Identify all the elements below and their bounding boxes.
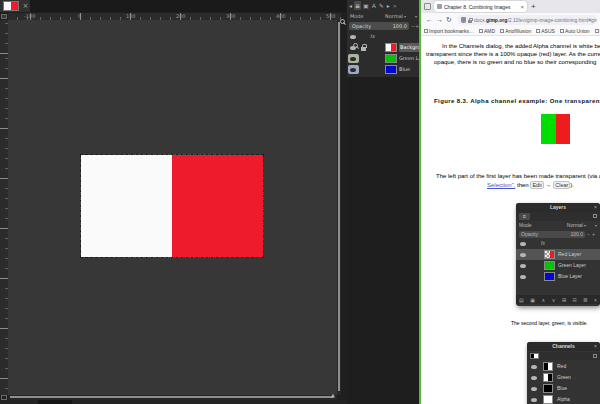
visibility-eye-icon	[350, 68, 356, 72]
https-lock-icon[interactable]	[468, 20, 472, 23]
eye-icon[interactable]	[350, 35, 356, 39]
ruler-label: 500	[326, 13, 336, 20]
reload-button[interactable]: ↻	[446, 16, 452, 24]
visibility-eye-icon	[531, 365, 537, 369]
new-tab-button[interactable]: +	[531, 2, 536, 12]
mode-label: Mode	[519, 221, 532, 230]
browser-tab[interactable]: Chapter 8. Combining Images ×	[434, 1, 527, 12]
ruler-corner-button[interactable]	[1, 14, 7, 19]
text: then	[515, 182, 530, 188]
gimp-window: × -100 0 100 200 300 400 500	[0, 0, 420, 404]
back-button[interactable]: ←	[426, 16, 433, 24]
mode-dropdown[interactable]: Normal	[385, 12, 406, 21]
lower-layer-icon: ∨	[552, 297, 556, 303]
vertical-ruler	[0, 20, 8, 395]
channel-thumbnail	[543, 384, 553, 393]
layer-thumbnail	[385, 54, 397, 63]
visibility-eye-icon[interactable]	[350, 46, 356, 50]
layer-row-background[interactable]: Background	[347, 42, 420, 53]
lock-row: fx	[347, 32, 420, 41]
configure-icon	[593, 214, 597, 218]
dock-tab-layers-icon[interactable]: ≡	[354, 1, 361, 10]
horizontal-scrollbar-thumb[interactable]	[10, 396, 333, 398]
mode-label: Mode	[350, 12, 364, 21]
opacity-decrease-icon: −	[587, 231, 590, 237]
canvas-vertical-scrollbar[interactable]	[337, 20, 341, 395]
visibility-eye-icon	[520, 275, 526, 279]
url-path: /2.10/en/gimp-image-combining.html#gimp-…	[507, 17, 597, 23]
shield-icon[interactable]	[461, 17, 466, 23]
selection-link[interactable]: Selection”,	[487, 182, 515, 188]
dialog-channel-row-red: Red	[527, 361, 600, 372]
layer-row-green[interactable]: Green Layer	[347, 53, 420, 64]
image-tab-thumbnail	[3, 1, 19, 11]
bookmark-folder[interactable]: AMD	[479, 28, 495, 34]
layer-thumbnail	[544, 261, 555, 270]
address-bar[interactable]: docs.gimp.org/2.10/en/gimp-image-combini…	[457, 15, 597, 25]
dock-tab-paths-icon[interactable]: A	[371, 1, 377, 10]
dialog-titlebar: Channels ×	[527, 342, 600, 351]
bookmark-label: AMD	[484, 28, 495, 34]
ruler-label: 0	[78, 13, 81, 20]
visibility-toggle[interactable]	[348, 65, 359, 74]
figure-red-half	[556, 114, 570, 144]
channels-dialog-screenshot: Channels × Red Green	[527, 342, 600, 404]
dialog-toolbar-row	[527, 352, 600, 360]
image-tab-close-button[interactable]: ×	[21, 1, 30, 11]
dialog-titlebar: Layers ×	[516, 203, 600, 212]
tab-close-icon[interactable]: ×	[520, 4, 524, 10]
navigation-corner-icon[interactable]: ▲	[331, 392, 335, 398]
mask-icon: ⊠	[583, 297, 587, 303]
vertical-scrollbar-thumb[interactable]	[338, 22, 340, 391]
visibility-eye-icon	[531, 387, 537, 391]
bookmark-folder[interactable]: ASUS	[536, 28, 555, 34]
layers-dock: ◂ ≡ ▣ A ✎ ▸ » Mode Normal Opacity 100.0 …	[347, 0, 420, 404]
channel-thumbnail	[543, 395, 553, 404]
dialog-mode-row: Mode Normal	[516, 221, 600, 230]
page-content: In the Channels dialog, the added Alpha …	[421, 36, 600, 404]
dock-tab-next-icon[interactable]: ▸	[386, 1, 391, 10]
dock-tab-history-icon[interactable]: ✎	[378, 1, 385, 10]
dialog-title: Channels	[527, 342, 600, 351]
raise-layer-icon: ∧	[542, 297, 546, 303]
mode-switch-icon[interactable]	[414, 12, 417, 21]
dock-tab-channels-icon[interactable]: ▣	[362, 1, 370, 10]
browser-window: Chapter 8. Combining Images × + ← → ↻ do…	[421, 0, 600, 404]
paragraph-line: opaque, there is no green and no blue so…	[434, 58, 596, 66]
visibility-eye-icon	[531, 398, 537, 402]
zoom-follow-window-icon[interactable]	[340, 19, 345, 24]
visibility-eye-icon	[520, 264, 526, 268]
menu-icon: ≡	[519, 213, 530, 220]
import-bookmarks-button[interactable]: Import bookmarks…	[424, 28, 474, 34]
layers-dialog-screenshot: Layers × ≡ Mode Normal Opacity 100.0 −	[516, 203, 600, 306]
tab-title: Chapter 8. Combining Images	[444, 4, 518, 10]
bookmark-folder[interactable]: Bark nuggets	[595, 28, 600, 34]
new-group-icon: ▣	[530, 297, 535, 303]
channel-name: Green	[557, 373, 571, 382]
layer-name[interactable]: Blue	[399, 65, 410, 74]
clear-menu-ref: Clear	[553, 181, 570, 189]
figure-green-half	[541, 114, 556, 144]
canvas-image-with-selection[interactable]	[80, 154, 264, 258]
bookmark-folder[interactable]: ArtofIllusion	[500, 28, 531, 34]
layer-name: Blue Layer	[558, 272, 582, 281]
screen: × -100 0 100 200 300 400 500	[0, 0, 600, 404]
opacity-slider[interactable]: Opacity 100.0	[349, 22, 409, 30]
paragraph-line: The left part of the first layer has bee…	[436, 172, 600, 180]
fx-icon[interactable]: fx	[370, 32, 375, 41]
dock-tab-menu-icon[interactable]: »	[392, 1, 398, 10]
forward-button[interactable]: →	[436, 16, 443, 24]
folder-icon	[560, 29, 564, 33]
channel-preview-icon	[530, 353, 539, 359]
layer-name: Green Layer	[558, 261, 586, 270]
tab-overview-icon[interactable]	[424, 3, 431, 10]
ruler-label: 100	[126, 13, 136, 20]
bookmark-folder[interactable]: Auto Union	[560, 28, 590, 34]
visibility-toggle[interactable]	[348, 54, 359, 63]
opacity-label: Opacity	[352, 22, 371, 30]
opacity-value: 100.0	[570, 230, 583, 239]
channel-thumbnail	[543, 373, 553, 382]
canvas[interactable]	[8, 20, 337, 395]
layer-row-blue[interactable]: Blue	[347, 64, 420, 75]
dock-tab-prev-icon[interactable]: ◂	[348, 1, 353, 10]
